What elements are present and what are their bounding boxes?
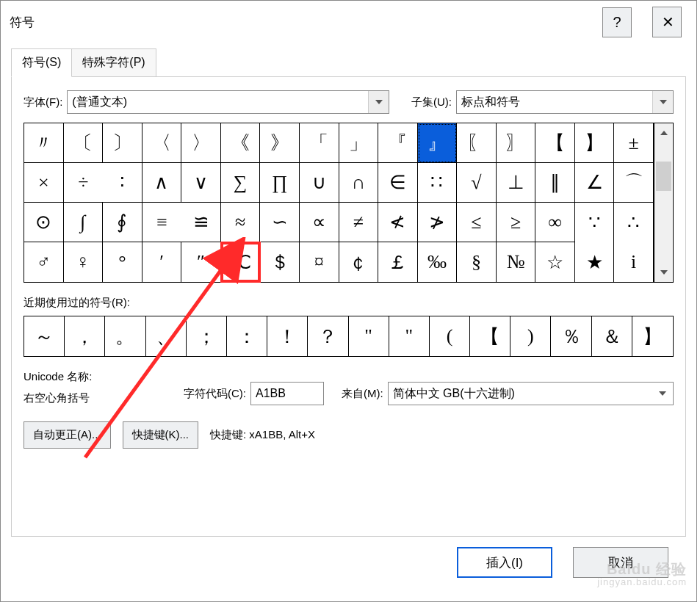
symbol-cell[interactable]: ∶	[103, 163, 142, 203]
scroll-thumb[interactable]	[656, 162, 671, 191]
recent-symbol-cell[interactable]: "	[389, 316, 430, 356]
symbol-cell[interactable]: 〉	[181, 123, 221, 163]
symbol-cell[interactable]: ±	[614, 123, 654, 163]
symbol-cell[interactable]: ∨	[181, 163, 221, 203]
symbol-cell[interactable]: ∫	[64, 203, 104, 242]
symbol-cell[interactable]: ∴	[614, 203, 654, 242]
symbol-cell[interactable]: 〖	[457, 123, 497, 163]
recent-symbol-cell[interactable]: ＆	[592, 316, 632, 356]
recent-symbol-cell[interactable]: 【	[470, 316, 510, 356]
subset-combo[interactable]	[456, 90, 674, 114]
autocorrect-button[interactable]: 自动更正(A)...	[24, 421, 111, 449]
symbol-cell[interactable]: 〃	[24, 123, 64, 163]
symbol-cell[interactable]: ∝	[300, 203, 339, 242]
symbol-cell[interactable]: ¤	[300, 242, 339, 282]
from-dropdown-button[interactable]	[652, 383, 673, 405]
symbol-cell[interactable]: ♂	[24, 242, 64, 282]
symbol-cell[interactable]: ￡	[378, 242, 418, 282]
symbol-cell[interactable]: ÷	[64, 163, 104, 203]
symbol-cell[interactable]: ≮	[378, 203, 418, 242]
symbol-cell[interactable]: ∑	[221, 163, 261, 203]
symbol-cell[interactable]: ∏	[260, 163, 300, 203]
symbol-cell[interactable]: ♀	[64, 242, 104, 282]
shortcut-key-button[interactable]: 快捷键(K)...	[123, 421, 199, 449]
symbol-cell[interactable]: ≠	[339, 203, 379, 242]
close-button[interactable]: ✕	[652, 7, 682, 37]
symbol-cell[interactable]: 』	[418, 123, 458, 163]
symbol-cell[interactable]: ＄	[260, 242, 300, 282]
symbol-cell[interactable]: ℃	[221, 242, 261, 282]
symbol-cell[interactable]: ∥	[535, 163, 575, 203]
symbol-cell[interactable]: ∩	[339, 163, 379, 203]
help-button[interactable]: ?	[602, 7, 632, 37]
symbol-cell[interactable]: ∵	[575, 203, 615, 242]
symbol-cell[interactable]: ≥	[497, 203, 536, 242]
recent-symbol-cell[interactable]: ？	[308, 316, 348, 356]
symbol-cell[interactable]: i	[614, 242, 654, 282]
recent-symbol-cell[interactable]: ～	[24, 316, 65, 356]
symbol-cell[interactable]: 【	[535, 123, 575, 163]
scroll-down-button[interactable]	[654, 263, 673, 282]
symbol-cell[interactable]: 「	[300, 123, 339, 163]
symbol-cell[interactable]: 》	[260, 123, 300, 163]
cancel-button[interactable]: 取消	[573, 547, 668, 578]
font-dropdown-button[interactable]	[368, 91, 389, 113]
symbol-cell[interactable]: 」	[339, 123, 379, 163]
symbol-cell[interactable]: ≌	[181, 203, 221, 242]
scroll-up-button[interactable]	[654, 123, 673, 142]
symbol-cell[interactable]: ≡	[142, 203, 182, 242]
symbol-cell[interactable]: 〗	[497, 123, 536, 163]
symbol-cell[interactable]: ∽	[260, 203, 300, 242]
symbol-cell[interactable]: ￠	[339, 242, 379, 282]
symbol-cell[interactable]: ∪	[300, 163, 339, 203]
recent-symbol-cell[interactable]: ；	[187, 316, 227, 356]
symbol-cell[interactable]: ≯	[418, 203, 458, 242]
symbol-cell[interactable]: 『	[378, 123, 418, 163]
symbol-cell[interactable]: ∮	[103, 203, 142, 242]
recent-symbol-cell[interactable]: 、	[146, 316, 187, 356]
symbol-cell[interactable]: ≈	[221, 203, 261, 242]
from-combo[interactable]	[388, 382, 674, 405]
symbol-cell[interactable]: ☆	[535, 242, 575, 282]
recent-symbol-cell[interactable]: (	[430, 316, 470, 356]
subset-input[interactable]	[457, 91, 652, 113]
subset-dropdown-button[interactable]	[652, 91, 673, 113]
from-input[interactable]	[389, 383, 652, 405]
tab-symbols[interactable]: 符号(S)	[11, 48, 72, 77]
symbol-cell[interactable]: ∧	[142, 163, 182, 203]
symbol-cell[interactable]: ≤	[457, 203, 497, 242]
recent-symbol-cell[interactable]: ：	[227, 316, 267, 356]
recent-symbol-cell[interactable]: ，	[65, 316, 105, 356]
recent-symbol-cell[interactable]: ！	[267, 316, 308, 356]
insert-button[interactable]: 插入(I)	[457, 547, 552, 578]
tab-special-chars[interactable]: 特殊字符(P)	[72, 48, 156, 77]
recent-symbol-cell[interactable]: "	[349, 316, 389, 356]
symbol-cell[interactable]: ′	[142, 242, 182, 282]
recent-symbols-grid[interactable]: ～，。、；：！？""(【)％＆】	[24, 316, 674, 357]
symbol-cell[interactable]: 〔	[64, 123, 104, 163]
symbol-cell[interactable]: ∠	[575, 163, 615, 203]
symbol-cell[interactable]: ″	[181, 242, 221, 282]
grid-scrollbar[interactable]	[654, 123, 673, 282]
symbol-cell[interactable]: §	[457, 242, 497, 282]
symbol-cell[interactable]: ∷	[418, 163, 458, 203]
symbol-cell[interactable]: ⊥	[497, 163, 536, 203]
recent-symbol-cell[interactable]: 】	[632, 316, 673, 356]
symbol-cell[interactable]: ‰	[418, 242, 458, 282]
char-code-input-wrap[interactable]	[250, 382, 324, 405]
scroll-track[interactable]	[654, 142, 673, 263]
recent-symbol-cell[interactable]: 。	[105, 316, 145, 356]
symbol-cell[interactable]: ∈	[378, 163, 418, 203]
symbol-cell[interactable]: 〈	[142, 123, 182, 163]
symbol-cell[interactable]: 〕	[103, 123, 142, 163]
symbol-cell[interactable]: 】	[575, 123, 615, 163]
symbol-cell[interactable]: ⊙	[24, 203, 64, 242]
symbol-cell[interactable]: №	[497, 242, 536, 282]
symbol-cell[interactable]: ⌒	[614, 163, 654, 203]
char-code-input[interactable]	[251, 383, 323, 405]
symbol-cell[interactable]: 《	[221, 123, 261, 163]
recent-symbol-cell[interactable]: )	[510, 316, 551, 356]
recent-symbol-cell[interactable]: ％	[551, 316, 591, 356]
symbol-grid[interactable]: 〃〔〕〈〉《》「」『』〖〗【】±×÷∶∧∨∑∏∪∩∈∷√⊥∥∠⌒⊙∫∮≡≌≈∽∝…	[24, 123, 654, 282]
font-combo[interactable]	[67, 90, 389, 114]
